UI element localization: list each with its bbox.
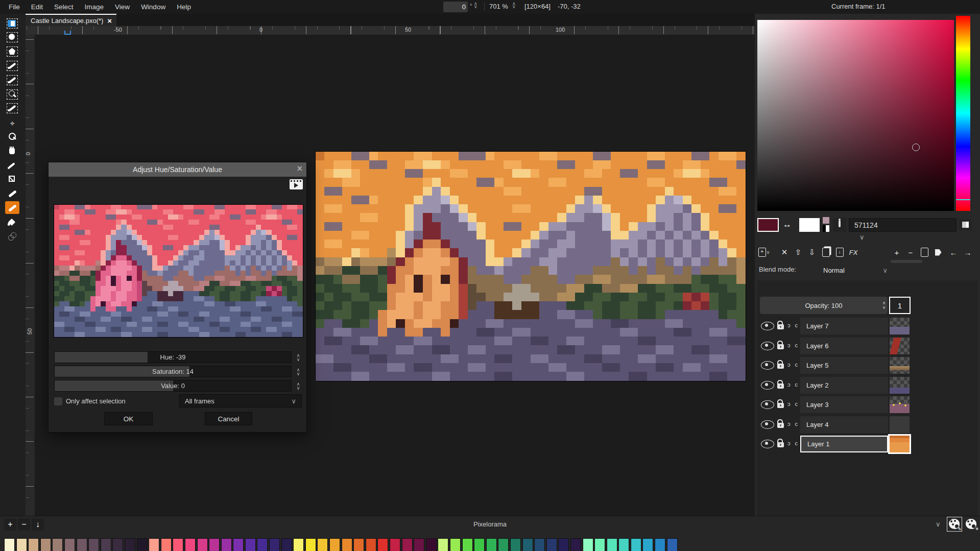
preview-playback-icon[interactable] [290,179,303,189]
palette-swatch[interactable] [438,538,448,551]
visibility-eye-icon[interactable] [761,361,774,370]
visibility-eye-icon[interactable] [761,400,774,409]
palette-swatch[interactable] [498,538,509,551]
cel-link-icon[interactable]: ɔ c [787,421,799,427]
menu-item-edit[interactable]: Edit [27,1,47,13]
lock-icon[interactable] [777,423,784,428]
visibility-eye-icon[interactable] [761,381,774,390]
primary-color-swatch[interactable] [757,218,779,232]
palette-swatch[interactable] [161,538,172,551]
palette-swatch[interactable] [402,538,413,551]
color-cursor[interactable] [912,143,920,151]
palette-swatch[interactable] [618,538,629,551]
palette-swatch[interactable] [88,538,99,551]
palette-swatch[interactable] [594,538,605,551]
frames-dropdown[interactable]: All frames ∨ [179,394,302,408]
cel-link-icon[interactable]: ɔ c [787,440,799,446]
menu-item-window[interactable]: Window [136,1,170,13]
collapse-picker-chevron-icon[interactable]: ∨ [859,233,865,241]
new-palette-icon[interactable]: + [964,517,978,531]
hue-slider[interactable] [956,16,970,211]
palette-swatch[interactable] [137,538,148,551]
palette-swatch[interactable] [197,538,208,551]
palette-swatch[interactable] [462,538,473,551]
palette-swatch[interactable] [149,538,159,551]
rotation-input[interactable]: 0 [443,2,468,12]
palette-swatch[interactable] [534,538,545,551]
raise-layer-button[interactable]: ⇧ [792,246,804,258]
hue-cursor[interactable] [956,199,970,200]
lock-icon[interactable] [777,324,784,329]
slider-saturation[interactable]: Saturation: 14 [54,366,292,377]
menu-item-image[interactable]: Image [80,1,109,13]
palette-swatch[interactable] [522,538,533,551]
palette-swatch[interactable] [16,538,27,551]
layer-name[interactable]: Layer 4 [800,416,888,433]
palette-swatch[interactable] [64,538,75,551]
cel-link-icon[interactable]: ɔ c [787,381,799,388]
tool-ellipse-select[interactable] [5,31,19,44]
palette-swatch[interactable] [101,538,111,551]
tool-crop[interactable] [5,173,19,186]
palette-swatch[interactable] [185,538,196,551]
tool-lasso[interactable] [5,88,19,101]
slider-hue[interactable]: Hue: -39 [54,351,292,363]
visibility-eye-icon[interactable] [761,322,774,330]
layer-row-layer-4[interactable]: ɔ cLayer 4 [757,416,978,433]
palette-swatch[interactable] [667,538,678,551]
palette-swatch[interactable] [317,538,328,551]
palette-swatch[interactable] [366,538,376,551]
swap-colors-icon[interactable]: ↔ [783,220,792,230]
layer-thumbnail[interactable] [890,416,910,433]
clone-frame-button[interactable] [918,246,930,258]
layer-name[interactable]: Layer 6 [800,338,888,354]
palette-select-chevron-icon[interactable]: ∨ [936,520,941,528]
palette-swatch[interactable] [293,538,304,551]
cel-link-icon[interactable]: ɔ c [787,342,799,348]
tool-pan[interactable] [5,145,19,157]
palette-swatch[interactable] [342,538,352,551]
clone-layer-button[interactable] [820,246,832,258]
palette-swatch[interactable] [474,538,485,551]
blend-mode-dropdown[interactable]: Normal ∨ [819,264,892,276]
layer-row-layer-6[interactable]: ɔ cLayer 6 [757,338,978,354]
palette-swatch[interactable] [305,538,316,551]
tool-eraser[interactable] [5,201,19,214]
palette-swatch[interactable] [353,538,364,551]
merge-down-button[interactable]: ↓ [833,246,846,258]
only-affect-selection-checkbox[interactable] [54,397,62,405]
layer-fx-button[interactable]: FX [847,246,859,258]
cel-link-icon[interactable]: ɔ c [787,401,799,407]
palette-swatch[interactable] [655,538,665,551]
palette-swatch[interactable] [558,538,569,551]
lower-layer-button[interactable]: ⇩ [806,246,818,258]
layer-thumbnail[interactable] [890,396,910,413]
dialog-close-icon[interactable]: × [297,163,302,174]
lock-icon[interactable] [777,344,784,349]
palette-swatch[interactable] [426,538,437,551]
opacity-spinner[interactable]: ∧∨ [880,297,888,314]
palette-swatch[interactable] [510,538,521,551]
palette-swatch[interactable] [329,538,340,551]
lock-icon[interactable] [777,384,784,389]
palette-swatch[interactable] [52,538,63,551]
layer-row-layer-7[interactable]: ɔ cLayer 7 [757,318,978,334]
tool-magic-wand[interactable] [5,74,19,86]
tool-color-select[interactable] [5,59,19,72]
layer-name[interactable]: Layer 7 [800,318,888,334]
default-colors-swatch[interactable] [823,225,829,232]
add-layer-button[interactable]: +∨ [758,246,770,258]
slider-spinner[interactable]: ∧∨ [295,351,302,363]
visibility-eye-icon[interactable] [761,420,774,429]
layer-thumbnail[interactable] [890,318,910,334]
ok-button[interactable]: OK [104,412,153,425]
layer-name[interactable]: Layer 3 [800,396,888,413]
layer-row-layer-2[interactable]: ɔ cLayer 2 [757,377,978,394]
tool-color-picker[interactable] [5,159,19,172]
secondary-color-swatch[interactable] [799,218,820,232]
cel-link-icon[interactable]: ɔ c [787,362,799,368]
palette-swatch[interactable] [486,538,497,551]
palette-swatch[interactable] [245,538,256,551]
tool-pencil[interactable] [5,187,19,200]
palette-swatch[interactable] [390,538,400,551]
